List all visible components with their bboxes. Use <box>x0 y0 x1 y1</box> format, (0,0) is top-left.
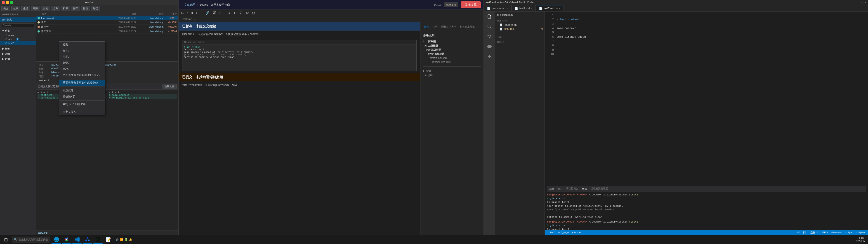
article-tab[interactable]: test2.md × <box>179 16 198 22</box>
activity-search[interactable] <box>486 23 493 30</box>
taskbar-vscode[interactable] <box>72 236 82 244</box>
systray-notification[interactable]: 🔔 <box>129 238 132 241</box>
ctx-rebase[interactable]: 变基... <box>59 54 105 60</box>
stash-label[interactable]: ▶ 贮藏 <box>0 57 36 62</box>
ctx-tag[interactable]: 标记... <box>59 60 105 66</box>
systray-sound[interactable]: 🔊 <box>116 238 119 241</box>
statusbar-branch[interactable]: ⎇ test2 <box>547 231 556 234</box>
taskbar-terminal[interactable] <box>93 236 103 244</box>
ctx-reset-branch[interactable]: 重置当前分支至文件此提交处 <box>59 80 105 86</box>
commit-graph[interactable]: feat commit 2022-05-07 17:15 blizer <liu… <box>36 16 178 61</box>
systray-battery[interactable]: 🔋 <box>125 238 128 241</box>
statusbar-sync[interactable]: ⟳ 0△0▽0 <box>558 231 569 234</box>
statusbar-line-col[interactable]: 行 1, 列 1 <box>797 231 808 234</box>
sidebar-tab-font[interactable]: 调整文字大小 <box>440 25 458 29</box>
table-btn[interactable]: ⊞ <box>218 11 222 15</box>
sidebar-tab-note[interactable]: 注释 <box>431 25 439 29</box>
terminal-tab-output[interactable]: 输出 <box>557 187 562 191</box>
terminal-tab-terminal[interactable]: 终端 <box>582 187 587 191</box>
publish-btn[interactable]: 发布文章 <box>461 1 481 8</box>
bold-btn[interactable]: B <box>180 11 184 15</box>
window-close-btn[interactable] <box>2 1 5 4</box>
tab-test1-close[interactable]: × <box>531 7 532 9</box>
commit-row-3[interactable]: 添加文件... 2022-05-15 15:52 blizer <liufang… <box>36 29 178 34</box>
task-list-btn[interactable]: ☑ <box>239 11 243 15</box>
file-status-item[interactable]: 文件状态 <box>0 17 36 22</box>
ctx-merge[interactable]: 合并... <box>59 48 105 54</box>
vscode-terminal[interactable]: 问题 输出 调试控制台 终端 远程资源管理器 fong@DESKTOP-AN97… <box>545 185 868 230</box>
branch-btn[interactable]: 分支 <box>41 6 50 11</box>
commit-btn[interactable]: 提交 <box>1 6 10 11</box>
code-content[interactable]: # test content some context some already… <box>555 11 868 185</box>
file-readme[interactable]: 📄 readme.md <box>495 23 545 27</box>
ctx-interactive-rebase[interactable]: 交互式变基 #919034 的子提交... <box>59 72 105 78</box>
taskbar-sourcetree[interactable] <box>83 236 92 244</box>
sidebar-tab-comment[interactable]: 评论 <box>423 25 430 29</box>
statusbar-line-ending[interactable]: Markdown <box>831 231 842 234</box>
tab-readme-close[interactable]: × <box>507 7 508 9</box>
search-input[interactable] <box>2 23 34 27</box>
link-btn[interactable]: 🔗 <box>205 11 210 15</box>
ctx-custom-action[interactable]: 自定义操作 <box>59 109 105 115</box>
article-tab-close[interactable]: × <box>193 18 195 21</box>
vscode-min[interactable]: — <box>857 1 860 4</box>
merge-btn[interactable]: 合并 <box>51 6 60 11</box>
taskbar-edge[interactable]: 🌐 <box>51 236 61 244</box>
stage-file-btn[interactable]: 阶段文件 <box>162 84 177 89</box>
tab-test2[interactable]: 📄 test2.md M × <box>536 5 563 11</box>
terminal-tab-debug[interactable]: 调试控制台 <box>566 187 579 191</box>
commit-row-1[interactable]: 添加... 2022-05-07 16:22 blizer <liufangt … <box>36 20 178 25</box>
statusbar-errors[interactable]: ⊗ 0 ⚠ 0 <box>571 231 581 234</box>
commit-row-2[interactable]: 改动一 2022-05-07 16:22 blizer <liufangt ed… <box>36 25 178 29</box>
taskbar-clock[interactable]: 17:15 2022/5/7 <box>856 237 867 242</box>
italic-btn[interactable]: I <box>186 11 188 15</box>
tags-label[interactable]: ▶ 标签 <box>0 46 36 52</box>
remote-btn[interactable]: 远端 <box>91 6 100 11</box>
activity-debug[interactable] <box>486 43 493 50</box>
list-btn[interactable]: ≡ <box>228 11 231 15</box>
branch-main[interactable]: ⎇ main <box>0 33 36 37</box>
vscode-close[interactable]: ✕ <box>864 1 866 4</box>
statusbar-spell[interactable]: ✓ Spell <box>845 231 853 234</box>
ctx-archive[interactable]: 存档... <box>59 66 105 72</box>
systray-network[interactable]: 📶 <box>120 238 123 241</box>
tag-btn[interactable]: 标签 <box>81 6 90 11</box>
taskbar-notepad[interactable]: 📝 <box>103 236 113 244</box>
activity-extensions[interactable] <box>486 53 493 59</box>
activity-explorer[interactable] <box>486 13 493 20</box>
terminal-tab-gitlens[interactable]: 远程资源管理器 <box>591 187 608 191</box>
save-draft-btn[interactable]: 保存草稿 <box>444 2 458 7</box>
strikethrough-btn[interactable]: S <box>195 11 199 15</box>
quote-btn[interactable]: Q <box>251 11 256 15</box>
ctx-copy-sha[interactable]: 复制 SHA 到剪贴板 <box>59 101 105 107</box>
activity-git[interactable] <box>486 33 493 39</box>
image-btn[interactable]: 🖼 <box>212 11 217 15</box>
commit-row-0[interactable]: feat commit 2022-05-07 17:15 blizer <liu… <box>36 16 178 20</box>
back-icon[interactable]: ‹ <box>181 3 182 6</box>
ctx-cherry-pick[interactable]: 樱桃采+了... <box>59 94 105 100</box>
ordered-list-btn[interactable]: 1. <box>232 11 237 15</box>
window-max-btn[interactable] <box>10 1 13 4</box>
statusbar-encoding[interactable]: UTF-8 <box>821 231 828 234</box>
push-btn[interactable]: 推送 <box>21 6 30 11</box>
remotes-label[interactable]: ▶ 远端 <box>0 52 36 57</box>
terminal-tab-problems[interactable]: 问题 <box>549 187 554 191</box>
taskbar-start[interactable]: ⊞ <box>1 236 11 244</box>
discard-btn[interactable]: 丢弃 <box>71 6 80 11</box>
taskbar-chrome[interactable] <box>62 236 72 244</box>
sidebar-tab-preview[interactable]: 相关文章预览 <box>458 25 476 29</box>
code-btn[interactable]: <> <box>245 11 250 15</box>
file-test2[interactable]: 📄 test2.md M <box>495 27 545 31</box>
vscode-max[interactable]: □ <box>861 1 863 4</box>
taskbar-search-label[interactable]: 在这里输入你要搜索的内容 <box>18 238 48 241</box>
ctx-revert[interactable]: 回滚此处... <box>59 87 105 94</box>
statusbar-spaces[interactable]: 空格: 4 <box>810 231 818 234</box>
stash-btn[interactable]: 贮藏 <box>61 6 70 11</box>
ctx-checkout[interactable]: 检出... <box>59 41 105 48</box>
pull-btn[interactable]: 拉取 <box>11 6 20 11</box>
tab-readme[interactable]: 📄 readme.md × <box>484 5 512 11</box>
diff-right-pane[interactable]: ← 1 → 1 + some context + No newline at e… <box>107 90 178 230</box>
tab-test1[interactable]: 📄 test1.md × <box>512 5 536 11</box>
statusbar-language[interactable]: ✓ Python <box>856 231 866 234</box>
branch-test1[interactable]: ⎇ test1 1 <box>0 37 36 41</box>
